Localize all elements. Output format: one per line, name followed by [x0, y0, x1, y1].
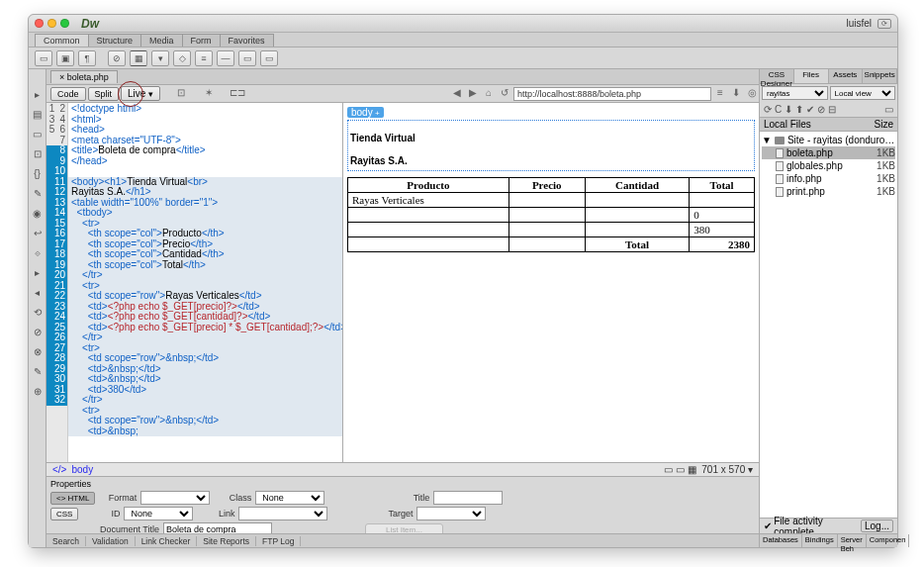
syntax-icon[interactable]: ⟐	[32, 247, 44, 259]
tab-css-designer[interactable]: CSS Designer	[760, 69, 794, 83]
tab-components[interactable]: Componen	[867, 534, 910, 547]
code-pane[interactable]: 1 2 3 4 5 6 7 8 9 10 11 12 13 14 15 16 1…	[46, 103, 343, 462]
tab-structure[interactable]: Structure	[88, 34, 142, 47]
log-button[interactable]: Log...	[861, 520, 893, 532]
download-icon[interactable]: ⬇	[729, 87, 743, 101]
balance-icon[interactable]: {}	[32, 168, 44, 180]
live-preview[interactable]: body + Tienda VirtualRayitas S.A. Produc…	[343, 103, 759, 462]
title-input[interactable]	[433, 491, 503, 505]
tab-snippets[interactable]: Snippets	[863, 69, 897, 83]
expand-files-icon[interactable]: ▭	[884, 104, 893, 115]
file-mgmt-icon[interactable]: ⊡	[174, 87, 188, 101]
link-select[interactable]	[238, 507, 327, 520]
tab-validation[interactable]: Validation	[86, 536, 136, 546]
tab-form[interactable]: Form	[182, 34, 221, 47]
class-select[interactable]: None	[255, 491, 324, 505]
tab-common[interactable]: Common	[35, 34, 89, 47]
css-tab-button[interactable]: CSS	[50, 508, 78, 520]
file-row[interactable]: info.php1KB	[762, 172, 895, 185]
menu-icon[interactable]: ≡	[713, 87, 727, 101]
site-select[interactable]: rayitas	[762, 86, 828, 100]
tab-link-checker[interactable]: Link Checker	[136, 536, 198, 546]
sync-icon[interactable]: ⟳	[878, 19, 891, 29]
tab-ftp-log[interactable]: FTP Log	[256, 536, 301, 546]
open-docs-icon[interactable]: ▸	[32, 89, 44, 101]
image-icon[interactable]: ▣	[56, 50, 74, 66]
connect-icon[interactable]: ⟳	[764, 104, 772, 115]
line-numbers-icon[interactable]: ✎	[32, 188, 44, 200]
html-tab-button[interactable]: <> HTML	[50, 492, 95, 505]
indent-icon[interactable]: ▸	[32, 267, 44, 279]
table-icon[interactable]: ▦	[130, 50, 147, 66]
collapse-icon[interactable]: ▤	[32, 109, 44, 121]
apply-comment-icon[interactable]: ⊘	[32, 327, 44, 338]
file-row[interactable]: globales.php1KB	[762, 159, 895, 172]
code-view-button[interactable]: Code	[50, 87, 86, 101]
format-select[interactable]	[140, 491, 210, 505]
home-icon[interactable]: ⌂	[482, 87, 496, 101]
minimize-icon[interactable]	[47, 19, 56, 28]
hr-icon[interactable]: —	[217, 50, 234, 66]
object-toolbar: ▭ ▣ ¶ ⊘ ▦ ▾ ◇ ≡ — ▭ ▭	[29, 47, 897, 69]
address-bar[interactable]: http://localhost:8888/boleta.php	[513, 87, 711, 101]
para-icon[interactable]: ¶	[78, 50, 96, 66]
move-icon[interactable]: ⊕	[32, 386, 44, 398]
target-select[interactable]	[416, 507, 486, 520]
inspect-icon[interactable]: ⊏⊐	[230, 87, 243, 101]
user-label: luisfel	[846, 18, 872, 29]
highlight-icon[interactable]: ◉	[32, 208, 44, 220]
document-tab[interactable]: × boleta.php	[50, 70, 118, 83]
sync2-icon[interactable]: ⊟	[828, 104, 836, 115]
view-select[interactable]: Local view	[830, 86, 896, 100]
app-logo: Dw	[81, 17, 99, 31]
outdent-icon[interactable]: ◂	[32, 287, 44, 299]
checkin-icon[interactable]: ⊘	[817, 104, 825, 115]
zoom-icon[interactable]	[60, 19, 69, 28]
expand-icon[interactable]: ▭	[32, 129, 44, 141]
tab-files[interactable]: Files	[794, 69, 829, 83]
tab-assets[interactable]: Assets	[829, 69, 864, 83]
id-label: ID	[82, 509, 120, 519]
live-opts-icon[interactable]: ✶	[202, 87, 216, 101]
refresh-icon[interactable]: ↺	[498, 87, 511, 101]
code-editor[interactable]: <!doctype html> <html> <head> <meta char…	[68, 103, 342, 462]
id-select[interactable]: None	[124, 507, 193, 520]
settings-icon[interactable]: ◎	[745, 87, 759, 101]
file-row[interactable]: boleta.php1KB	[762, 146, 895, 159]
tab-databases[interactable]: Databases	[760, 534, 802, 547]
tab-search[interactable]: Search	[46, 536, 86, 546]
file-row[interactable]: print.php1KB	[762, 185, 895, 198]
more-icon[interactable]: ▭	[260, 50, 278, 66]
app-window: Dw luisfel ⟳ Common Structure Media Form…	[28, 14, 898, 548]
split-view-button[interactable]: Split	[88, 87, 120, 101]
tag-selector[interactable]: </> body ▭ ▭ ▦ 701 x 570 ▾	[46, 462, 759, 476]
tab-site-reports[interactable]: Site Reports	[197, 536, 256, 546]
select-parent-icon[interactable]: ⊡	[32, 148, 44, 160]
body-chip[interactable]: body +	[347, 107, 384, 118]
head-icon[interactable]: ▾	[151, 50, 169, 66]
refresh-files-icon[interactable]: C	[775, 104, 782, 115]
back-icon[interactable]: ◀	[450, 87, 464, 101]
list-icon[interactable]: ≡	[195, 50, 213, 66]
tab-favorites[interactable]: Favorites	[220, 34, 274, 47]
put-icon[interactable]: ⬆	[795, 104, 803, 115]
tab-bindings[interactable]: Bindings	[802, 534, 838, 547]
file-tree[interactable]: ▼Site - rayitas (donduro:Users:luisf... …	[760, 132, 897, 518]
script-icon[interactable]: ◇	[173, 50, 191, 66]
div-icon[interactable]: ▭	[35, 50, 52, 66]
forward-icon[interactable]: ▶	[466, 87, 480, 101]
tab-media[interactable]: Media	[140, 34, 183, 47]
link-icon[interactable]: ⊘	[108, 50, 126, 66]
close-icon[interactable]	[35, 19, 44, 28]
recent-snippet-icon[interactable]: ✎	[32, 366, 44, 378]
live-view-button[interactable]: Live ▾	[121, 86, 160, 101]
view-toolbar: Code Split Live ▾ ⊡ ✶ ⊏⊐ ◀ ▶ ⌂ ↺ http://…	[46, 85, 759, 103]
remove-comment-icon[interactable]: ⊗	[32, 346, 44, 358]
titlebar: Dw luisfel ⟳	[29, 15, 897, 33]
get-icon[interactable]: ⬇	[785, 104, 792, 115]
checkout-icon[interactable]: ✔	[806, 104, 814, 115]
chars-icon[interactable]: ▭	[238, 50, 256, 66]
tab-server-beh[interactable]: Server Beh	[838, 534, 867, 547]
wrap-icon[interactable]: ↩	[32, 228, 44, 239]
format-icon[interactable]: ⟲	[32, 307, 44, 319]
